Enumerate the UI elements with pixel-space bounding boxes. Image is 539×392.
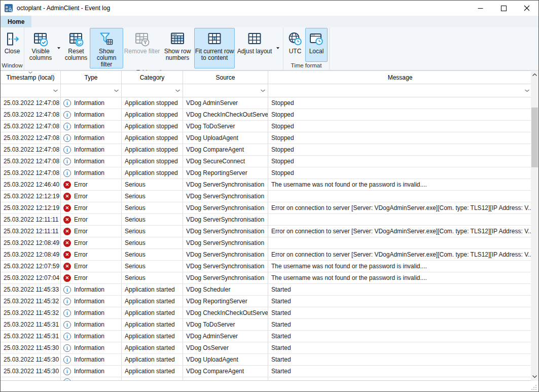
cell-type: ✕ Error xyxy=(61,202,122,213)
column-header-type[interactable]: Type xyxy=(61,71,122,84)
show-row-numbers-button[interactable]: 1 2 3 Show row numbers xyxy=(161,28,194,68)
table-row[interactable]: 25.03.2022 12:07:59 ✕ Error Serious VDog… xyxy=(1,261,532,272)
filter-input-type[interactable] xyxy=(61,84,122,97)
table-row[interactable]: 25.03.2022 12:47:08 i Information Applic… xyxy=(1,156,532,167)
table-row[interactable]: 25.03.2022 11:45:31 i Information Applic… xyxy=(1,319,532,331)
maximize-button[interactable] xyxy=(492,1,515,16)
table-row[interactable]: 25.03.2022 12:07:04 ✕ Error Serious VDog… xyxy=(1,272,532,284)
table-row[interactable]: 25.03.2022 12:12:19 ✕ Error Serious VDog… xyxy=(1,191,532,202)
table-row[interactable]: 25.03.2022 12:47:08 i Information Applic… xyxy=(1,167,532,179)
visible-columns-dropdown-arrow[interactable] xyxy=(55,28,62,68)
close-icon xyxy=(524,5,530,11)
cell-type-label: Error xyxy=(74,274,88,281)
table-row[interactable]: 25.03.2022 12:08:49 ✕ Error Serious VDog… xyxy=(1,237,532,249)
fit-current-row-button[interactable]: Fit current row to content xyxy=(194,28,235,68)
error-icon: ✕ xyxy=(63,263,71,270)
table-row[interactable]: 25.03.2022 11:45:30 i Information Applic… xyxy=(1,342,532,354)
table-row[interactable]: 25.03.2022 11:45:32 i Information Applic… xyxy=(1,307,532,319)
table-row[interactable]: 25.03.2022 11:45:31 i Information Applic… xyxy=(1,331,532,342)
show-column-filter-button[interactable]: Show column filter xyxy=(90,28,123,68)
table-row[interactable]: 25.03.2022 11:45:30 i Information Applic… xyxy=(1,354,532,366)
cell-source: VDog OsServer xyxy=(183,342,268,353)
table-row[interactable]: 25.03.2022 11:45:33 i Information Applic… xyxy=(1,284,532,296)
cell-timestamp: 25.03.2022 11:45:32 xyxy=(1,307,61,318)
minimize-button[interactable] xyxy=(469,1,492,16)
cell-type: i Information xyxy=(61,342,122,353)
utc-button[interactable]: UTC xyxy=(285,28,305,62)
cell-category: Application started xyxy=(122,284,183,295)
scrollbar-thumb[interactable] xyxy=(531,108,538,167)
vertical-scrollbar[interactable] xyxy=(531,70,538,381)
table-row[interactable]: 25.03.2022 12:47:08 i Information Applic… xyxy=(1,132,532,144)
column-header-message[interactable]: Message xyxy=(268,71,532,84)
close-button[interactable]: Close xyxy=(2,28,22,62)
column-header-timestamp[interactable]: Timestamp (local) xyxy=(1,71,61,84)
cell-timestamp: 25.03.2022 12:47:08 xyxy=(1,144,61,155)
resize-grip-icon[interactable] xyxy=(530,384,537,390)
cell-type: ✕ Error xyxy=(61,261,122,272)
column-header-source[interactable]: Source xyxy=(183,71,268,84)
cell-source: VDog Scheduler xyxy=(183,284,268,295)
filter-dropdown-icon[interactable] xyxy=(175,89,181,92)
cell-timestamp: 25.03.2022 12:47:08 xyxy=(1,156,61,167)
filter-dropdown-icon[interactable] xyxy=(260,89,266,92)
cell-source: VDog CompareAgent xyxy=(183,144,268,155)
table-row[interactable]: 25.03.2022 12:47:08 i Information Applic… xyxy=(1,97,532,109)
filter-input-message[interactable] xyxy=(268,84,532,97)
cell-category: Serious xyxy=(122,237,183,248)
filter-dropdown-icon[interactable] xyxy=(524,89,530,92)
adjust-layout-dropdown-arrow[interactable] xyxy=(274,28,281,68)
cell-timestamp: 25.03.2022 11:45:33 xyxy=(1,284,61,295)
filter-dropdown-icon[interactable] xyxy=(114,89,119,92)
table-row[interactable]: 25.03.2022 12:47:08 i Information Applic… xyxy=(1,121,532,132)
info-icon: i xyxy=(63,298,71,305)
visible-columns-button[interactable]: Visible columns xyxy=(26,28,55,68)
tab-home[interactable]: Home xyxy=(1,16,31,27)
remove-filter-button[interactable]: Remove filter xyxy=(123,28,161,68)
table-row[interactable]: 25.03.2022 12:47:08 i Information Applic… xyxy=(1,109,532,121)
close-button-label: Close xyxy=(5,48,20,55)
cell-source: VDog CompareAgent xyxy=(183,366,268,377)
scroll-up-button[interactable] xyxy=(531,70,538,79)
cell-type-label: Error xyxy=(74,239,88,246)
cell-timestamp: 25.03.2022 12:47:08 xyxy=(1,121,61,132)
filter-dropdown-icon[interactable] xyxy=(53,89,58,92)
filter-input-source[interactable] xyxy=(183,84,268,97)
table-row[interactable]: 25.03.2022 11:45:32 i Information Applic… xyxy=(1,296,532,307)
table-row[interactable]: 25.03.2022 12:11:11 ✕ Error Serious VDog… xyxy=(1,214,532,226)
cell-timestamp: 25.03.2022 11:45:30 xyxy=(1,342,61,353)
table-row[interactable]: 25.03.2022 12:11:11 ✕ Error Serious VDog… xyxy=(1,226,532,237)
remove-filter-label: Remove filter xyxy=(124,48,160,55)
cell-message xyxy=(268,214,532,225)
column-header-category[interactable]: Category xyxy=(122,71,183,84)
cell-category: Serious xyxy=(122,202,183,213)
status-strip xyxy=(1,381,538,391)
table-row[interactable]: 25.03.2022 12:47:08 i Information Applic… xyxy=(1,144,532,156)
table-row[interactable]: 25.03.2022 12:08:49 ✕ Error Serious VDog… xyxy=(1,249,532,261)
cell-message: Stopped xyxy=(268,132,532,144)
close-window-button[interactable] xyxy=(515,1,538,16)
cell-category: Application stopped xyxy=(122,97,183,109)
scroll-down-button[interactable] xyxy=(531,372,538,381)
table-row[interactable]: 25.03.2022 11:45:30 i Information Applic… xyxy=(1,366,532,377)
reset-columns-button[interactable]: Reset columns xyxy=(62,28,90,68)
info-icon: i xyxy=(63,111,71,119)
cell-type-label: Error xyxy=(74,251,88,258)
cell-source: VDog UploadAgent xyxy=(183,132,268,144)
cell-type: i Information xyxy=(61,144,122,155)
cell-message: Started xyxy=(268,331,532,342)
ribbon-group-window: Close Window xyxy=(1,27,24,70)
ribbon-group-time-format: UTC Local Time format xyxy=(283,27,330,70)
filter-input-timestamp[interactable] xyxy=(1,84,61,97)
cell-source: VDog AdminServer xyxy=(183,97,268,109)
cell-timestamp: 25.03.2022 12:47:08 xyxy=(1,97,61,109)
cell-source: VDog ServerSynchronisation xyxy=(183,249,268,260)
local-button[interactable]: Local xyxy=(305,28,328,62)
adjust-layout-button[interactable]: Adjust layout xyxy=(235,28,274,68)
table-row[interactable]: 25.03.2022 12:46:40 ✕ Error Serious VDog… xyxy=(1,179,532,191)
info-icon: i xyxy=(63,146,71,154)
cell-source: VDog ServerSynchronisation xyxy=(183,237,268,248)
table-row[interactable]: 25.03.2022 12:12:19 ✕ Error Serious VDog… xyxy=(1,202,532,214)
filter-input-category[interactable] xyxy=(122,84,183,97)
cell-category: Application stopped xyxy=(122,121,183,132)
